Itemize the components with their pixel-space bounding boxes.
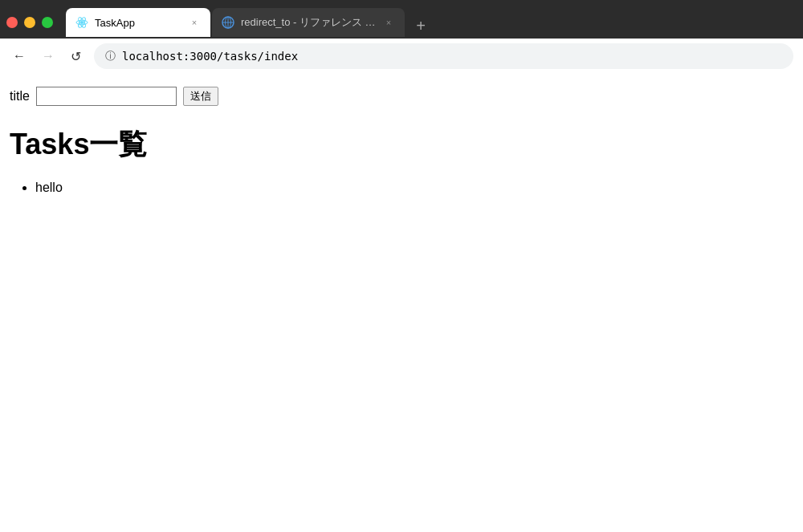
forward-button[interactable]: →	[39, 46, 58, 67]
close-button[interactable]	[6, 17, 18, 28]
submit-button[interactable]: 送信	[183, 87, 218, 106]
info-icon: ⓘ	[105, 49, 116, 63]
window-controls	[6, 17, 53, 28]
task-text: hello	[35, 181, 63, 194]
form-row: title 送信	[10, 87, 793, 106]
page-content: title 送信 Tasks一覧 hello	[0, 74, 803, 532]
svg-point-0	[80, 21, 84, 24]
list-item: hello	[35, 181, 793, 195]
tab-redirect-close[interactable]: ×	[382, 16, 395, 29]
tabs-container: TaskApp × redirect_to - リファレンス - - Ra × …	[66, 8, 797, 37]
task-list: hello	[10, 181, 793, 195]
title-input[interactable]	[36, 87, 177, 106]
address-bar: ← → ↺ ⓘ localhost:3000/tasks/index	[0, 39, 803, 74]
maximize-button[interactable]	[42, 17, 53, 28]
browser-window: TaskApp × redirect_to - リファレンス - - Ra × …	[0, 0, 803, 532]
tab-redirect[interactable]: redirect_to - リファレンス - - Ra ×	[212, 8, 405, 37]
back-button[interactable]: ←	[10, 46, 29, 67]
react-icon	[75, 16, 88, 29]
tab-redirect-label: redirect_to - リファレンス - - Ra	[241, 15, 376, 30]
globe-icon	[222, 16, 234, 29]
reload-button[interactable]: ↺	[67, 46, 84, 67]
minimize-button[interactable]	[24, 17, 35, 28]
title-label: title	[10, 89, 30, 104]
page-heading: Tasks一覧	[10, 125, 793, 164]
new-tab-button[interactable]: +	[410, 14, 432, 37]
tab-taskapp-label: TaskApp	[95, 17, 181, 29]
url-text: localhost:3000/tasks/index	[122, 50, 298, 63]
tab-taskapp[interactable]: TaskApp ×	[66, 8, 210, 37]
url-bar[interactable]: ⓘ localhost:3000/tasks/index	[94, 43, 793, 69]
tab-taskapp-close[interactable]: ×	[188, 16, 201, 29]
tab-bar: TaskApp × redirect_to - リファレンス - - Ra × …	[0, 0, 803, 39]
